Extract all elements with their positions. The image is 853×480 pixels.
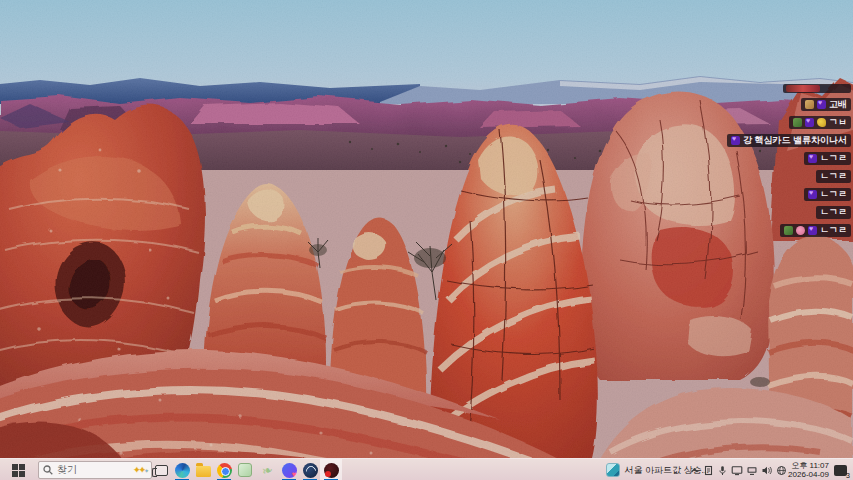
language-globe-icon[interactable] [776, 465, 787, 476]
task-view-button[interactable] [150, 459, 172, 480]
document-tray-icon[interactable] [703, 465, 714, 476]
purple-heart-badge-icon [817, 100, 826, 109]
chat-message: ㄴㄱㄹ [816, 170, 851, 183]
red-emote-icon [786, 85, 820, 92]
chrome-icon [217, 463, 232, 478]
chat-message-text: ㄴㄱㄹ [820, 208, 847, 217]
clock[interactable]: 오후 11:07 2026-04-09 [788, 459, 829, 480]
chat-message-text: 강 핵심카드 밸류차이나서 [743, 136, 847, 145]
chat-message: ㄴㄱㄹ [804, 152, 851, 165]
green-app-icon [238, 463, 252, 477]
purple-heart-badge-icon [808, 154, 817, 163]
search-icon [43, 465, 53, 475]
dark-swirl-app-icon [303, 463, 318, 478]
taskbar-app-green[interactable] [234, 459, 256, 480]
notification-bubble-icon [834, 465, 847, 476]
taskbar-app-chrome[interactable] [213, 459, 235, 480]
desktop: 고배 ㄱㅂ 강 핵심카드 밸류차이나서 ㄴㄱㄹ ㄴㄱㄹ ㄴㄱㄹ ㄴㄱㄹ [0, 0, 853, 480]
purple-heart-badge-icon [805, 118, 814, 127]
chat-message: ㄴㄱㄹ [780, 224, 851, 237]
taskbar-app-red-active[interactable] [320, 459, 342, 480]
chat-message-text: ㄴㄱㄹ [820, 190, 847, 199]
yellow-badge-icon [817, 118, 826, 127]
chat-message-text: ㄴㄱㄹ [820, 172, 847, 181]
folder-icon [196, 466, 211, 477]
start-button[interactable] [0, 459, 36, 480]
edge-icon [175, 463, 190, 478]
news-widget-icon [606, 463, 620, 477]
taskbar-app-dark-swirl[interactable] [299, 459, 321, 480]
microphone-icon[interactable] [717, 465, 728, 476]
action-center-button[interactable]: 3 [830, 459, 850, 480]
taskbar-app-file-explorer[interactable] [192, 459, 214, 480]
red-app-icon [324, 463, 339, 478]
taskbar: 찾기 ✦✦✦ ❧ [0, 458, 853, 480]
chat-message-text: ㄱㅂ [829, 118, 847, 127]
purple-heart-badge-icon [808, 226, 817, 235]
chat-message: 강 핵심카드 밸류차이나서 [727, 134, 851, 147]
chat-message: ㄴㄱㄹ [804, 188, 851, 201]
purple-app-icon [282, 463, 297, 478]
chat-message: 고배 [801, 98, 851, 111]
chat-message: ㄱㅂ [789, 116, 851, 129]
volume-icon[interactable] [761, 465, 773, 476]
purple-heart-badge-icon [808, 190, 817, 199]
pink-badge-icon [796, 226, 805, 235]
cheese-badge-icon [805, 100, 814, 109]
wallpaper-red-rock-landscape [0, 0, 853, 480]
chevron-up-icon[interactable] [689, 465, 700, 476]
system-tray [689, 459, 787, 480]
chat-message [783, 84, 851, 93]
search-highlights-sparkle-icon[interactable]: ✦✦✦ [133, 465, 147, 475]
green-badge-icon [784, 226, 793, 235]
task-view-icon [155, 465, 168, 476]
taskbar-app-purple[interactable] [278, 459, 300, 480]
search-input[interactable]: 찾기 ✦✦✦ [38, 461, 152, 479]
chat-message-text: ㄴㄱㄹ [820, 154, 847, 163]
green-badge-icon [793, 118, 802, 127]
taskbar-app-leaf[interactable]: ❧ [256, 459, 278, 480]
windows-logo-icon [12, 464, 25, 477]
clock-date: 2026-04-09 [788, 470, 829, 479]
chat-message-text: 고배 [829, 100, 847, 109]
chat-message: ㄴㄱㄹ [816, 206, 851, 219]
taskbar-app-edge[interactable] [171, 459, 193, 480]
clock-time: 오후 11:07 [791, 461, 829, 470]
display-ime-icon[interactable] [731, 465, 743, 476]
chat-overlay: 고배 ㄱㅂ 강 핵심카드 밸류차이나서 ㄴㄱㄹ ㄴㄱㄹ ㄴㄱㄹ ㄴㄱㄹ [611, 84, 851, 237]
leaf-app-icon: ❧ [260, 462, 274, 477]
chat-message-text: ㄴㄱㄹ [820, 226, 847, 235]
network-icon[interactable] [746, 465, 758, 476]
search-placeholder: 찾기 [57, 463, 129, 477]
purple-heart-badge-icon [731, 136, 740, 145]
notification-count-badge: 3 [846, 472, 850, 479]
